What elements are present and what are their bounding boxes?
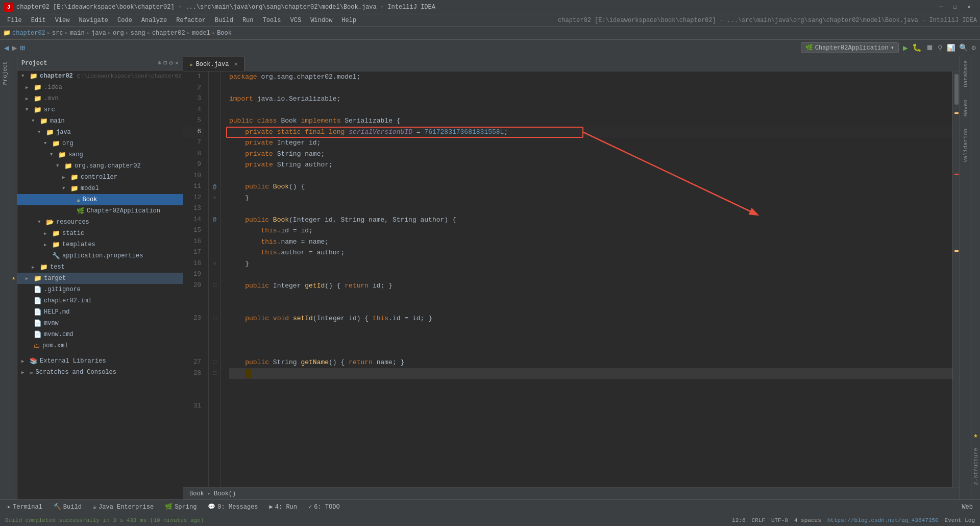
menu-navigate[interactable]: Navigate <box>75 16 112 25</box>
menu-build[interactable]: Build <box>211 16 237 25</box>
maximize-btn[interactable]: ☐ <box>948 3 962 11</box>
scroll-from-source-icon[interactable]: ⊕ <box>158 59 161 67</box>
tree-item-resources[interactable]: ▼ 📂 resources <box>17 217 183 228</box>
project-toggle-icon[interactable]: Project <box>1 58 9 88</box>
bottom-tab-build[interactable]: 🔨 Build <box>48 501 87 513</box>
encoding[interactable]: UTF-8 <box>771 517 788 523</box>
tree-item-org[interactable]: ▼ 📁 org <box>17 138 183 149</box>
event-log-btn[interactable]: Event Log <box>945 517 975 523</box>
tree-item-mvn[interactable]: ▶ 📁 .mvn <box>17 93 183 104</box>
menu-refactor[interactable]: Refactor <box>172 16 210 25</box>
status-link[interactable]: https://blog.csdn.net/qq_43647350 <box>827 517 939 523</box>
run-config-selector[interactable]: 🌿 Chapter02Application ▾ <box>801 42 899 53</box>
collapse-all-icon[interactable]: ⊟ <box>163 59 167 67</box>
settings-btn[interactable]: ⚙ <box>972 43 976 52</box>
project-panel-close-icon[interactable]: ✕ <box>175 59 179 67</box>
tree-label-gitignore: .gitignore <box>44 286 81 293</box>
breadcrumb-src[interactable]: src <box>52 30 63 37</box>
bottom-tab-todo[interactable]: ✓ 6: TODO <box>303 501 345 513</box>
breadcrumb-org[interactable]: org <box>113 30 124 37</box>
search-everywhere-btn[interactable]: 🔍 <box>959 43 968 52</box>
breadcrumb-book[interactable]: Book <box>217 30 232 37</box>
close-btn[interactable]: ✕ <box>962 3 976 11</box>
breadcrumb-chapter02[interactable]: chapter02 <box>12 30 45 37</box>
tree-item-ext-libs[interactable]: ▶ 📚 External Libraries <box>17 355 183 367</box>
stop-btn[interactable]: ⏹ <box>926 43 934 53</box>
menu-analyze[interactable]: Analyze <box>137 16 171 25</box>
menu-view[interactable]: View <box>51 16 74 25</box>
database-tab[interactable]: Database <box>961 56 970 91</box>
tab-close-icon[interactable]: ✕ <box>234 60 237 68</box>
tree-item-pom[interactable]: 🗂 pom.xml <box>17 340 183 351</box>
breadcrumb-model[interactable]: model <box>192 30 210 37</box>
run-btn[interactable]: ▶ <box>903 43 908 53</box>
indent[interactable]: 4 spaces <box>794 517 821 523</box>
tree-item-chapter02app[interactable]: 🌿 Chapter02Application <box>17 205 183 217</box>
breadcrumb-chapter02-2[interactable]: chapter02 <box>152 30 185 37</box>
tree-item-idea[interactable]: ▶ 📁 .idea <box>17 82 183 93</box>
breadcrumb-book-label[interactable]: Book <box>189 490 204 497</box>
tree-item-chapter02-root[interactable]: ▼ 📁 chapter02 E:\ideaworkspace\book\chap… <box>17 70 183 82</box>
web-tab[interactable]: Web <box>957 501 978 513</box>
breadcrumb-main[interactable]: main <box>70 30 85 37</box>
tree-item-target[interactable]: ▶ 📁 target <box>17 273 183 284</box>
menu-help[interactable]: Help <box>337 16 360 25</box>
tree-item-app-props[interactable]: 🔧 application.properties <box>17 250 183 261</box>
tree-item-java[interactable]: ▼ 📁 java <box>17 127 183 138</box>
code-line-20: public Integer getId() { return id; } <box>229 280 952 292</box>
code-breadcrumb: Book ▸ Book() <box>183 487 960 499</box>
nav-fwd-btn[interactable]: ▶ <box>12 43 17 53</box>
bottom-tab-terminal[interactable]: ▸ Terminal <box>2 501 47 513</box>
tab-book-java[interactable]: ☕ Book.java ✕ <box>183 57 244 71</box>
nav-recent-btn[interactable]: ⊞ <box>20 43 25 53</box>
tree-item-mvnw-cmd[interactable]: 📄 mvnw.cmd <box>17 329 183 340</box>
tree-item-static[interactable]: ▶ 📁 static <box>17 228 183 239</box>
tree-item-help[interactable]: 📄 HELP.md <box>17 306 183 318</box>
tree-item-iml[interactable]: 📄 chapter02.iml <box>17 295 183 306</box>
menu-window[interactable]: Window <box>306 16 336 25</box>
favorites-star-icon[interactable]: ★ <box>12 274 15 282</box>
tree-item-templates[interactable]: ▶ 📁 templates <box>17 239 183 250</box>
menu-edit[interactable]: Edit <box>27 16 50 25</box>
breadcrumb-book-constructor[interactable]: Book() <box>214 490 236 497</box>
menu-vcs[interactable]: VCS <box>286 16 306 25</box>
scroll-thumb[interactable] <box>954 74 959 105</box>
tree-item-src[interactable]: ▼ 📁 src <box>17 104 183 115</box>
z-favorites-icon[interactable]: ★ <box>973 431 977 440</box>
menu-file[interactable]: File <box>3 16 26 25</box>
bottom-tab-messages[interactable]: 💬 0: Messages <box>203 501 263 513</box>
breadcrumb-java[interactable]: java <box>91 30 106 37</box>
z-structure-tab[interactable]: Z-Structure <box>971 444 981 489</box>
menu-code[interactable]: Code <box>113 16 136 25</box>
profile-btn[interactable]: 📊 <box>947 44 955 52</box>
tree-item-controller[interactable]: ▶ 📁 controller <box>17 172 183 183</box>
maven-tab[interactable]: Maven <box>961 95 970 121</box>
project-settings-icon[interactable]: ⚙ <box>169 59 173 67</box>
bottom-tab-java-enterprise[interactable]: ☕ Java Enterprise <box>88 501 159 513</box>
nav-back-btn[interactable]: ◀ <box>4 43 9 53</box>
line-ending[interactable]: CRLF <box>752 517 765 523</box>
code-line-26 <box>229 346 952 357</box>
debug-btn[interactable]: 🐛 <box>912 43 922 53</box>
tree-item-chapter02-inner[interactable]: ▼ 📁 org.sang.chapter02 <box>17 160 183 172</box>
code-content[interactable]: package org.sang.chapter02.model; import… <box>221 71 952 487</box>
tree-item-test[interactable]: ▶ 📁 test <box>17 261 183 273</box>
bottom-tab-run[interactable]: ▶ 4: Run <box>264 501 302 513</box>
coverage-btn[interactable]: ⚲ <box>938 44 943 52</box>
minimize-btn[interactable]: — <box>934 4 948 11</box>
editor-scrollbar[interactable] <box>952 71 960 487</box>
breadcrumb-sang[interactable]: sang <box>131 30 145 37</box>
bottom-tab-spring[interactable]: 🌿 Spring <box>160 501 202 513</box>
tree-item-gitignore[interactable]: 📄 .gitignore <box>17 284 183 295</box>
spring-icon: 🌿 <box>805 44 813 52</box>
tree-item-sang[interactable]: ▼ 📁 sang <box>17 149 183 160</box>
tree-item-mvnw[interactable]: 📄 mvnw <box>17 318 183 329</box>
menu-tools[interactable]: Tools <box>259 16 285 25</box>
validation-tab[interactable]: Validation <box>961 125 970 166</box>
tree-item-main[interactable]: ▼ 📁 main <box>17 115 183 127</box>
tree-item-model[interactable]: ▼ 📁 model <box>17 183 183 194</box>
tree-item-book[interactable]: ☕ Book <box>17 194 183 205</box>
code-line-15: this.id = id; <box>229 225 952 236</box>
menu-run[interactable]: Run <box>238 16 258 25</box>
tree-item-scratches[interactable]: ▶ ✏ Scratches and Consoles <box>17 367 183 378</box>
